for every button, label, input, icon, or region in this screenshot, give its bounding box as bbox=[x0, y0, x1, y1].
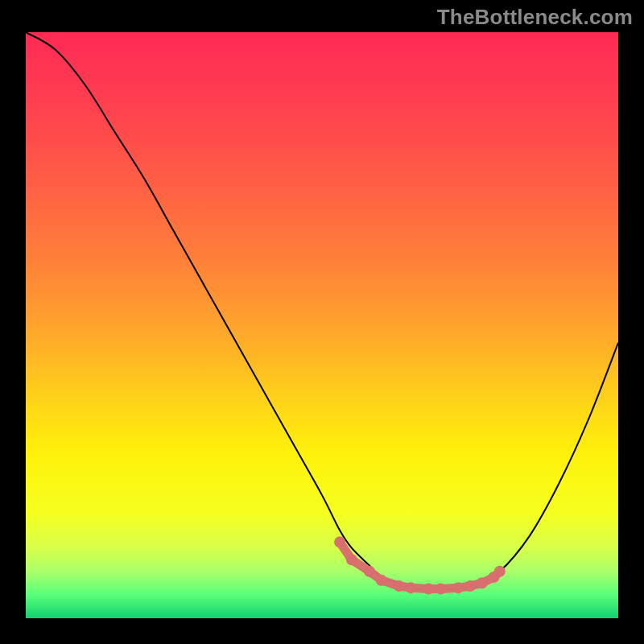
svg-point-21 bbox=[464, 580, 476, 592]
svg-point-22 bbox=[477, 577, 488, 588]
svg-point-17 bbox=[405, 582, 416, 593]
chart-container: TheBottleneck.com bbox=[0, 0, 644, 644]
svg-point-12 bbox=[334, 536, 345, 547]
svg-point-14 bbox=[364, 566, 375, 577]
gradient-background bbox=[26, 32, 618, 618]
svg-point-20 bbox=[452, 582, 464, 593]
svg-point-18 bbox=[423, 584, 434, 595]
watermark-label: TheBottleneck.com bbox=[437, 5, 633, 30]
bottleneck-chart-svg bbox=[26, 32, 618, 618]
svg-point-13 bbox=[346, 554, 357, 565]
svg-point-16 bbox=[394, 580, 405, 592]
svg-point-24 bbox=[494, 566, 506, 577]
svg-point-19 bbox=[435, 584, 446, 595]
svg-point-15 bbox=[376, 575, 387, 586]
plot-area bbox=[26, 32, 618, 618]
